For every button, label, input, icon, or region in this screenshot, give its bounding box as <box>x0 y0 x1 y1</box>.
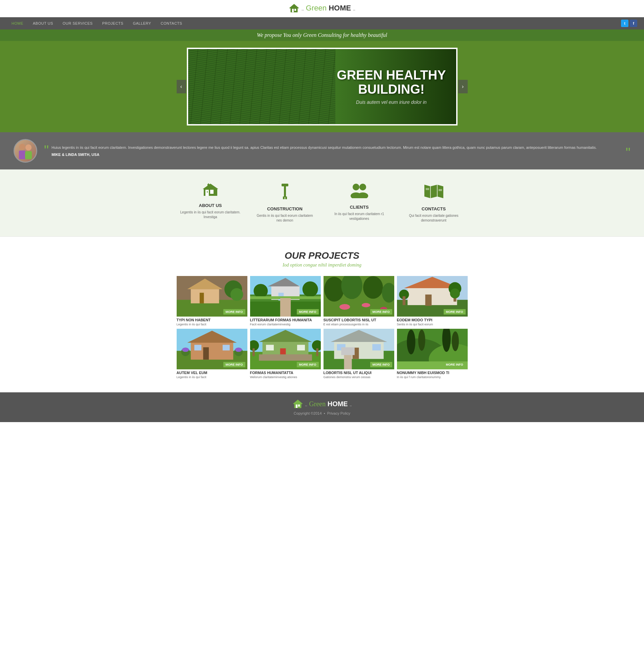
svg-line-5 <box>210 49 218 124</box>
avatar-illustration <box>15 139 36 163</box>
clients-icon <box>349 183 370 198</box>
svg-rect-100 <box>252 348 254 356</box>
quote-open-icon: " <box>44 143 49 157</box>
project-name-6: FORMAS HUMANITATTA <box>250 371 321 375</box>
footer-dots-right: .. <box>350 403 352 407</box>
svg-point-34 <box>353 184 359 190</box>
svg-rect-42 <box>439 189 442 191</box>
more-info-button-4[interactable]: MORE INFO <box>444 309 466 315</box>
construction-icon <box>278 183 292 200</box>
project-desc-2: Facit eorum claritateminvestig <box>250 323 321 326</box>
svg-rect-21 <box>25 151 32 159</box>
testimonial-author: MIKE & LINDA SMITH, USA <box>44 153 630 157</box>
project-card-4[interactable]: MORE INFO EODEM MODO TYPI Sentis in iis … <box>397 276 468 326</box>
project-thumb-3: MORE INFO <box>324 276 394 317</box>
svg-rect-110 <box>344 355 352 369</box>
slider-prev-button[interactable]: ‹ <box>177 80 186 93</box>
more-info-button-7[interactable]: MORE INFO <box>370 362 392 367</box>
svg-line-4 <box>200 49 208 124</box>
nav-link-services[interactable]: OUR SERVICES <box>58 18 97 29</box>
svg-line-7 <box>230 49 237 124</box>
svg-rect-19 <box>19 151 26 159</box>
footer-logo: .. Green HOME .. <box>292 399 352 409</box>
feature-clients: CLIENTS In iis qui facit eorum claritate… <box>322 180 397 226</box>
nav-item-contacts[interactable]: CONTACTS <box>156 18 187 29</box>
nav-link-contacts[interactable]: CONTACTS <box>156 18 187 29</box>
svg-rect-121 <box>298 405 300 407</box>
nav-item-about[interactable]: ABOUT US <box>28 18 58 29</box>
feature-construction-title: CONSTRUCTION <box>254 206 315 211</box>
project-card-3[interactable]: MORE INFO SUSCIPIT LOBORTIS NISL UT E es… <box>324 276 394 326</box>
nav-link-projects[interactable]: PROJECTS <box>97 18 128 29</box>
svg-rect-33 <box>285 197 287 199</box>
slider-title: GREEN HEALTHY BUILDING! <box>337 68 446 97</box>
svg-line-11 <box>269 49 276 124</box>
project-card-2[interactable]: MORE INFO LITTERARUM FORMAS HUMANITA Fac… <box>250 276 321 326</box>
twitter-button[interactable]: t <box>621 20 628 27</box>
slider-next-button[interactable]: › <box>458 80 468 93</box>
svg-point-76 <box>450 289 460 298</box>
svg-line-17 <box>328 49 335 124</box>
project-desc-3: E est etiam processusgentis in iis <box>324 323 394 326</box>
project-card-1[interactable]: MORE INFO TYPI NON HABENT Legentis in ii… <box>177 276 247 326</box>
nav-link-about[interactable]: ABOUT US <box>28 18 58 29</box>
testimonial-text: Huius legentis in iis qui facit eorum cl… <box>44 145 630 151</box>
svg-line-15 <box>308 49 316 124</box>
svg-rect-73 <box>425 295 431 306</box>
project-card-5[interactable]: MORE INFO AUTEM VEL EUM Legentis in iis … <box>177 329 247 379</box>
more-info-button-2[interactable]: MORE INFO <box>297 309 319 315</box>
project-desc-6: Welorum claritateminvestig ationes <box>250 375 321 379</box>
svg-rect-81 <box>191 342 233 360</box>
svg-line-12 <box>279 49 286 124</box>
svg-rect-109 <box>341 347 355 355</box>
svg-rect-23 <box>205 190 209 196</box>
svg-point-114 <box>407 330 415 354</box>
quote-close-icon: " <box>626 145 630 160</box>
more-info-button-6[interactable]: MORE INFO <box>297 362 319 367</box>
feature-about-desc: Legentis in iis qui facit eorum claritat… <box>180 210 241 220</box>
svg-rect-59 <box>280 298 290 317</box>
svg-point-57 <box>302 281 318 297</box>
more-info-button-8[interactable]: MORE INFO <box>444 362 466 367</box>
nav-item-gallery[interactable]: GALLERY <box>128 18 156 29</box>
project-name-3: SUSCIPIT LOBORTIS NISL UT <box>324 318 394 322</box>
svg-line-13 <box>289 49 296 124</box>
feature-about-us: ABOUT US Legentis in iis qui facit eorum… <box>173 180 248 226</box>
hero-inner: ‹ <box>187 48 458 125</box>
clients-icon-wrap <box>329 183 390 201</box>
contacts-map-icon <box>424 183 444 200</box>
nav-link-home[interactable]: HOME <box>7 18 28 29</box>
svg-line-3 <box>191 49 198 124</box>
slider-container: GREEN HEALTHY BUILDING! Duis autem vel e… <box>187 48 458 125</box>
svg-rect-96 <box>297 345 305 350</box>
logo-dots-left: .. <box>302 7 304 11</box>
feature-contacts-desc: Qui facit eorum claritate gationes demon… <box>403 213 464 223</box>
privacy-policy-link[interactable]: Privacy Policy <box>327 411 350 415</box>
svg-rect-78 <box>402 296 405 305</box>
project-thumb-7: MORE INFO <box>324 329 394 369</box>
logo-home-text: HOME <box>329 4 351 12</box>
nav-item-home[interactable]: HOME <box>7 18 28 29</box>
project-name-7: LOBORTIS NISL UT ALIQUI <box>324 371 394 375</box>
project-card-6[interactable]: MORE INFO FORMAS HUMANITATTA Welorum cla… <box>250 329 321 379</box>
feature-construction: CONSTRUCTION Gentis in iis qui facit eor… <box>248 180 322 226</box>
svg-point-18 <box>19 144 25 150</box>
testimonial-section: " Huius legentis in iis qui facit eorum … <box>0 132 644 169</box>
project-card-8[interactable]: MORE INFO NONUMMY NIBH EUISMOD TI In iis… <box>397 329 468 379</box>
nav-link-gallery[interactable]: GALLERY <box>128 18 156 29</box>
nav-item-projects[interactable]: PROJECTS <box>97 18 128 29</box>
hero-section: ‹ <box>0 41 644 132</box>
more-info-button-3[interactable]: MORE INFO <box>370 309 392 315</box>
more-info-button-1[interactable]: MORE INFO <box>223 309 245 315</box>
nav-item-services[interactable]: OUR SERVICES <box>58 18 97 29</box>
more-info-button-5[interactable]: MORE INFO <box>223 362 245 367</box>
project-desc-4: Sentis in iis qui facit eorum <box>397 323 468 326</box>
slider-subtitle: Duis autem vel eum iriure dolor in <box>337 99 446 105</box>
project-card-7[interactable]: MORE INFO LOBORTIS NISL UT ALIQUI Gation… <box>324 329 394 379</box>
footer-dots-left: .. <box>305 403 307 407</box>
svg-line-9 <box>249 49 257 124</box>
logo[interactable]: .. Green HOME .. <box>289 3 355 13</box>
main-nav: HOME ABOUT US OUR SERVICES PROJECTS GALL… <box>0 17 644 29</box>
facebook-button[interactable]: f <box>630 20 637 27</box>
project-desc-5: Legentis in iis qui facit <box>177 375 247 379</box>
